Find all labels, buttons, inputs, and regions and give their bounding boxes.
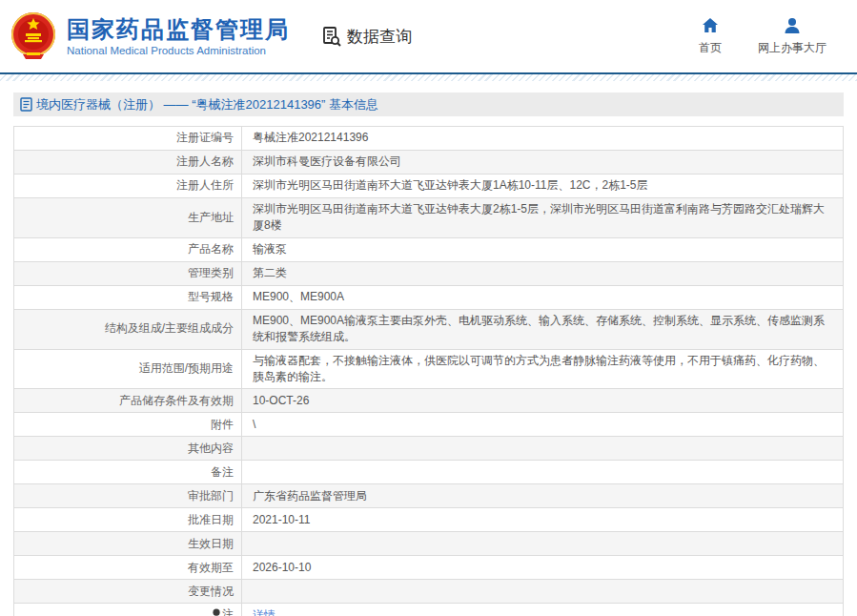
site-logo[interactable]: 国家药品监督管理局 National Medical Products Admi… <box>10 10 290 62</box>
row-value: 输液泵 <box>242 237 844 261</box>
table-row: 结构及组成/主要组成成分ME900、ME900A输液泵主要由泵外壳、电机驱动系统… <box>14 309 844 349</box>
note-label-text: 注 <box>222 607 234 616</box>
table-row: 备注 <box>14 461 844 484</box>
nav-home[interactable]: 首页 <box>699 16 722 56</box>
org-name-en: National Medical Products Administration <box>67 45 290 56</box>
row-label: 注册人住所 <box>14 175 242 198</box>
row-value: 详情 <box>242 604 844 616</box>
row-value: 2026-10-10 <box>242 556 844 580</box>
data-query-label: 数据查询 <box>347 26 412 48</box>
table-row: 注册证编号粤械注准20212141396 <box>14 127 844 151</box>
row-value: 10-OCT-26 <box>242 389 844 413</box>
row-label: 批准日期 <box>14 508 242 532</box>
row-value <box>242 461 844 484</box>
row-label: 备注 <box>14 461 242 484</box>
table-row: 其他内容 <box>14 437 844 461</box>
row-label: 注册证编号 <box>14 127 242 151</box>
table-row: 附件\ <box>14 413 844 437</box>
nav-home-label: 首页 <box>699 40 722 56</box>
table-row: 有效期至2026-10-10 <box>14 556 844 580</box>
row-label: 产品储存条件及有效期 <box>14 389 242 413</box>
table-row: 生效日期 <box>14 532 844 556</box>
user-icon <box>783 16 802 35</box>
data-query-icon <box>320 25 343 48</box>
row-value: 第二类 <box>242 261 844 285</box>
nav-online-hall-label: 网上办事大厅 <box>758 40 826 56</box>
row-label: 适用范围/预期用途 <box>14 349 242 389</box>
nav-online-hall[interactable]: 网上办事大厅 <box>758 16 826 56</box>
table-row: 适用范围/预期用途与输液器配套，不接触输注液体，供医院以可调节的方式为患者静脉输… <box>14 349 844 389</box>
table-row: 注册人名称深圳市科曼医疗设备有限公司 <box>14 151 844 175</box>
hatch-band <box>0 74 857 81</box>
table-row: 变更情况 <box>14 580 844 604</box>
row-value <box>242 532 844 556</box>
row-value: 深圳市科曼医疗设备有限公司 <box>242 151 844 175</box>
national-emblem-icon <box>10 10 57 62</box>
org-names: 国家药品监督管理局 National Medical Products Admi… <box>67 16 290 56</box>
row-label: 注 <box>14 604 242 616</box>
row-value: 深圳市光明区马田街道南环大道飞亚达钟表大厦1A栋10-11层、12C，2栋1-5… <box>242 175 844 198</box>
row-label: 其他内容 <box>14 437 242 461</box>
row-label: 产品名称 <box>14 237 242 261</box>
document-icon <box>20 97 32 112</box>
org-name-cn: 国家药品监督管理局 <box>67 16 290 43</box>
row-value: ME900、ME900A <box>242 285 844 309</box>
header-nav-right: 首页 网上办事大厅 <box>699 16 826 56</box>
row-label: 有效期至 <box>14 556 242 580</box>
table-row: 产品名称输液泵 <box>14 237 844 261</box>
table-row: 注册人住所深圳市光明区马田街道南环大道飞亚达钟表大厦1A栋10-11层、12C，… <box>14 175 844 198</box>
main-content: 境内医疗器械（注册） —— “粤械注准20212141396” 基本信息 注册证… <box>0 81 857 616</box>
registration-table: 注册证编号粤械注准20212141396 注册人名称深圳市科曼医疗设备有限公司 … <box>13 126 844 616</box>
table-row: 批准日期2021-10-11 <box>14 508 844 532</box>
table-row: 生产地址深圳市光明区马田街道南环大道飞亚达钟表大厦2栋1-5层，深圳市光明区马田… <box>14 198 844 238</box>
nav-data-query[interactable]: 数据查询 <box>320 25 412 48</box>
row-label: 生效日期 <box>14 532 242 556</box>
row-label: 管理类别 <box>14 261 242 285</box>
row-label: 型号规格 <box>14 285 242 309</box>
row-label: 生产地址 <box>14 198 242 238</box>
row-value: ME900、ME900A输液泵主要由泵外壳、电机驱动系统、输入系统、存储系统、控… <box>242 309 844 349</box>
row-value: 粤械注准20212141396 <box>242 127 844 151</box>
table-row: 审批部门广东省药品监督管理局 <box>14 484 844 508</box>
page-title: 境内医疗器械（注册） —— “粤械注准20212141396” 基本信息 <box>36 96 378 113</box>
home-icon <box>701 16 720 35</box>
row-value: \ <box>242 413 844 437</box>
row-label: 注册人名称 <box>14 151 242 175</box>
row-value: 广东省药品监督管理局 <box>242 484 844 508</box>
row-label: 变更情况 <box>14 580 242 604</box>
row-value: 深圳市光明区马田街道南环大道飞亚达钟表大厦2栋1-5层，深圳市光明区马田街道富利… <box>242 198 844 238</box>
section-title-bar: 境内医疗器械（注册） —— “粤械注准20212141396” 基本信息 <box>13 92 844 116</box>
bulb-icon <box>212 608 221 616</box>
site-header: 国家药品监督管理局 National Medical Products Admi… <box>0 0 857 72</box>
table-row: 产品储存条件及有效期10-OCT-26 <box>14 389 844 413</box>
row-label: 审批部门 <box>14 484 242 508</box>
row-label: 附件 <box>14 413 242 437</box>
row-value: 与输液器配套，不接触输注液体，供医院以可调节的方式为患者静脉输注药液等使用，不用… <box>242 349 844 389</box>
row-label: 结构及组成/主要组成成分 <box>14 309 242 349</box>
row-value <box>242 437 844 461</box>
row-value: 2021-10-11 <box>242 508 844 532</box>
row-value <box>242 580 844 604</box>
table-row: 型号规格ME900、ME900A <box>14 285 844 309</box>
detail-link[interactable]: 详情 <box>253 608 275 616</box>
table-row: 注 详情 <box>14 604 844 616</box>
table-row: 管理类别第二类 <box>14 261 844 285</box>
